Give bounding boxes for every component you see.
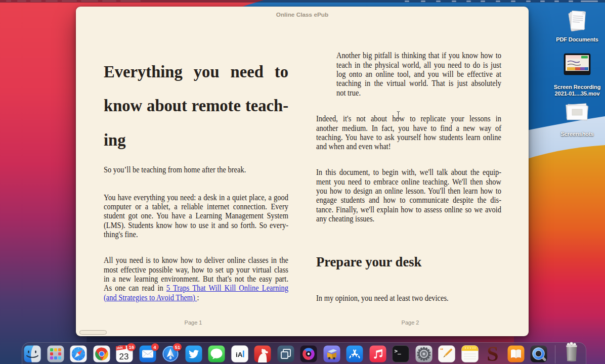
desktop-icon-screenshots[interactable]: Screenshots <box>547 101 605 138</box>
quicktime-icon <box>530 345 547 362</box>
swirl-app-icon <box>300 345 317 362</box>
dock-spark[interactable]: 51 <box>162 345 179 362</box>
text-segment: teaching. You have to ask yourself how s… <box>316 132 501 142</box>
dock-music[interactable] <box>369 345 386 362</box>
svg-text:“: “ <box>440 346 444 354</box>
text-segment: In my opinion, you need at least two dev… <box>316 293 449 303</box>
system-preferences-icon <box>415 345 433 362</box>
text-segment: teach in the physical world, all you nee… <box>336 60 501 70</box>
text-segment: tance. Finally, we'll explain how to ass… <box>316 205 501 214</box>
hyperlink[interactable]: 5 Traps That Will Kill Online Learning <box>166 283 288 293</box>
text-segment: not true. <box>336 88 361 98</box>
dock-books-app[interactable] <box>507 345 525 362</box>
text-cursor-ibeam <box>395 111 402 119</box>
text-segment: So you’ll be teaching from home after th… <box>104 165 246 174</box>
text-line: Another big pitfall is thinking that if … <box>336 51 501 60</box>
text-line: and when and even what! <box>316 142 501 151</box>
text-line: ing <box>104 123 288 157</box>
dock-mail[interactable]: 4 <box>139 345 156 362</box>
text-segment: As one can read in <box>104 283 166 293</box>
text-segment: any cheating issues. <box>316 214 374 223</box>
windows-app-icon <box>277 345 294 362</box>
desktop-icon-pdf-documents[interactable]: PDF Documents <box>547 8 605 43</box>
paragraph: All you need is to know how to deliver o… <box>104 256 288 302</box>
notification-badge: 4 <box>151 343 159 351</box>
hyperlink[interactable]: (and Strategies to Avoid Them) <box>104 293 197 302</box>
launchpad-icon <box>47 345 64 362</box>
screen-recording-icon <box>563 53 591 76</box>
text-line: not true. <box>336 88 501 98</box>
dock-windows-app[interactable] <box>277 345 294 362</box>
notes-icon <box>461 345 479 362</box>
section-heading: Prepare your desk <box>316 253 501 270</box>
desktop-icon-label-line: PDF Documents <box>547 36 605 43</box>
dock-safari[interactable] <box>70 345 87 362</box>
dock-pen-writing-app[interactable]: “ <box>438 345 455 362</box>
dock-calendar[interactable]: JAN 2316 <box>116 345 133 362</box>
dock-quicktime[interactable] <box>530 345 547 362</box>
dock-ia-writer[interactable]: iA <box>231 345 248 362</box>
text-segment: You have everything you need: a desk in … <box>104 193 288 202</box>
page-2-label: Page 2 <box>360 320 461 326</box>
finder-icon <box>24 345 41 362</box>
page-1-label: Page 1 <box>143 320 244 326</box>
dock-system-preferences[interactable] <box>415 345 433 362</box>
svg-text:iA: iA <box>236 351 243 358</box>
menubar-menu-item <box>81 1 98 2</box>
horizontal-scrollbar[interactable] <box>79 330 107 335</box>
desktop-icon-label: Screen Recording2021-01....35.mov <box>547 84 605 97</box>
menubar-status-icon <box>554 1 559 2</box>
safari-icon <box>70 345 87 362</box>
text-line: Indeed, it's not about how to replicate … <box>316 114 501 123</box>
text-line: student got one. You have a Learning Man… <box>104 211 288 220</box>
pen-writing-app-icon: “ <box>438 345 455 362</box>
desktop-icon-screen-recording[interactable]: Screen Recording2021-01....35.mov <box>547 53 605 97</box>
dock-s-letter-app[interactable]: S <box>484 345 501 362</box>
books-window: Online Class ePub Everything you need to… <box>76 7 529 336</box>
text-segment: In this document, to begin with, we'll t… <box>316 167 501 177</box>
menubar-status-icon <box>511 1 515 2</box>
dock-transmit[interactable] <box>323 345 340 362</box>
text-line: know about remote teach- <box>104 88 288 123</box>
dock-terminal[interactable]: >_ <box>392 345 409 362</box>
svg-text:>_: >_ <box>395 348 402 354</box>
text-line: (LMS). Students know how to use it and s… <box>104 221 288 230</box>
desktop-icon-label-line: 2021-01....35.mov <box>547 90 605 97</box>
dock-finder[interactable] <box>24 345 41 362</box>
text-segment: and when and even what! <box>316 142 391 151</box>
dock-swirl-app[interactable] <box>300 345 317 362</box>
desktop-screen: PDF Documents Screen Recording2021-01...… <box>0 0 605 364</box>
dock-launchpad[interactable] <box>47 345 64 362</box>
dock-bear[interactable] <box>254 345 271 362</box>
svg-text:S: S <box>487 345 498 362</box>
text-line: In my opinion, you need at least two dev… <box>316 294 501 303</box>
text-segment: Everything you need to <box>104 62 288 81</box>
dock-twitter[interactable] <box>185 345 202 362</box>
menubar-status-icon <box>466 1 471 2</box>
paragraph: In this document, to begin with, we'll t… <box>316 168 501 223</box>
terminal-icon: >_ <box>392 345 409 362</box>
dock-notes[interactable] <box>461 345 479 362</box>
text-segment: All you need is to know how to deliver o… <box>104 255 288 265</box>
paragraph: In my opinion, you need at least two dev… <box>316 294 501 303</box>
text-line: in a new learning environment. But that'… <box>104 275 288 284</box>
text-segment: most effective possible way, how to set … <box>104 265 288 275</box>
text-line: engage students and how to communicate d… <box>316 196 501 205</box>
text-line: Prepare your desk <box>316 253 501 270</box>
dock-chrome[interactable] <box>93 345 110 362</box>
menubar-menu-item <box>30 1 41 2</box>
dock-trash[interactable] <box>563 343 580 360</box>
text-segment: in a new learning environment. But that'… <box>104 274 288 284</box>
menubar-status-icon <box>496 1 500 2</box>
svg-text:23: 23 <box>119 352 129 361</box>
notification-badge: 51 <box>173 343 182 351</box>
text-line: tance. Finally, we'll explain how to ass… <box>316 205 501 214</box>
menubar-menu-item <box>62 1 77 2</box>
text-segment: Indeed, it's not about how to replicate … <box>316 114 501 123</box>
dock-app-store[interactable] <box>346 345 363 362</box>
menubar-status-icon <box>436 1 441 2</box>
text-segment: another medium. In fact, you have to fin… <box>316 123 501 133</box>
dock-messages[interactable] <box>208 345 225 362</box>
menubar-status-icon <box>526 1 531 2</box>
text-line: computer or a tablet, a reliable interne… <box>104 202 288 211</box>
